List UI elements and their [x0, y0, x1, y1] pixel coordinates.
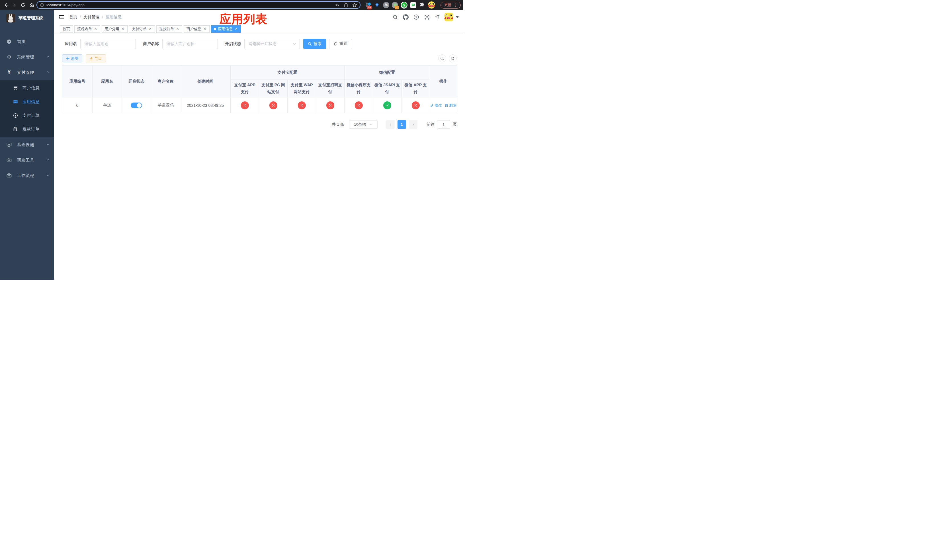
status-label: 开启状态: [225, 41, 241, 47]
goto-label: 前往: [427, 122, 434, 127]
chevron-left-icon: [389, 123, 392, 126]
bookmark-star-icon[interactable]: [352, 3, 357, 8]
search-button[interactable]: 搜索: [303, 39, 326, 49]
share-icon[interactable]: [344, 3, 348, 8]
cell-actions: 修改删除: [430, 97, 457, 114]
tab-user-group[interactable]: 用户分组✕: [101, 25, 127, 33]
chevron-down-icon: [46, 158, 50, 162]
back-icon: [4, 3, 8, 8]
documents-icon: [13, 127, 18, 132]
goto-page-input[interactable]: [437, 120, 450, 129]
sidebar-item-dev-tools[interactable]: 研发工具: [0, 152, 54, 168]
browser-update-button[interactable]: 更新 ⋮: [440, 2, 461, 9]
browser-forward-button[interactable]: [11, 2, 18, 9]
extension-badge: 1: [395, 6, 399, 9]
edit-button[interactable]: 修改: [430, 103, 442, 108]
reset-button[interactable]: 重置: [329, 39, 352, 49]
refresh-table-button[interactable]: [449, 54, 457, 62]
wx-lite-status-icon: [355, 101, 363, 109]
browser-profile-avatar[interactable]: [428, 2, 435, 9]
col-header-status: 开启状态: [122, 65, 151, 97]
yen-icon: ¥: [6, 70, 12, 75]
merchant-name-input[interactable]: [162, 39, 218, 49]
delete-button[interactable]: 删除: [445, 103, 457, 108]
close-icon[interactable]: ✕: [176, 27, 179, 31]
extension-y-icon[interactable]: y: [401, 2, 407, 9]
url-bar[interactable]: localhost:1024/pay/app: [36, 1, 360, 9]
page-size-select[interactable]: 10条/页: [349, 120, 378, 129]
tab-pay-order[interactable]: 支付订单✕: [129, 25, 155, 33]
toggle-search-button[interactable]: [438, 54, 446, 62]
fullscreen-icon[interactable]: [424, 14, 430, 21]
browser-reload-button[interactable]: [20, 2, 27, 9]
sidebar-item-workflow[interactable]: 工作流程: [0, 168, 54, 183]
site-info-icon[interactable]: [40, 3, 44, 7]
page-content: 应用名 商户名称 开启状态 请选择开启状态 搜索 重置: [54, 34, 463, 280]
close-icon[interactable]: ✕: [121, 27, 125, 31]
group-header-alipay: 支付宝配置: [231, 65, 345, 80]
browser-menu-icon[interactable]: ⋮: [454, 3, 457, 7]
tab-home[interactable]: 首页: [60, 25, 73, 33]
tab-merchant-info[interactable]: 商户信息✕: [184, 25, 210, 33]
breadcrumb-home[interactable]: 首页: [69, 15, 77, 20]
extensions-puzzle-icon[interactable]: [419, 2, 425, 9]
table-row: 6 芋道 芋道源码 2021-10-23 08:49:25: [62, 97, 457, 114]
chevron-up-icon: [46, 70, 50, 75]
chevron-down-icon: [46, 173, 50, 178]
font-size-icon[interactable]: тT: [434, 14, 441, 21]
close-icon[interactable]: ✕: [203, 27, 207, 31]
app-name-input[interactable]: [80, 39, 136, 49]
github-icon[interactable]: [402, 14, 409, 21]
next-page-button[interactable]: [409, 120, 418, 129]
close-icon[interactable]: ✕: [235, 27, 238, 31]
plus-icon: [66, 57, 70, 60]
extension-command-icon[interactable]: ⌘: [383, 2, 389, 9]
app-title: 芋道管理系统: [18, 15, 43, 21]
url-text: localhost:1024/pay/app: [47, 3, 333, 7]
sidebar-item-system[interactable]: ⚙ 系统管理: [0, 49, 54, 65]
toolbox-icon: [6, 173, 12, 178]
col-header-wx-jsapi: 微信 JSAPI 支付: [373, 80, 401, 97]
sidebar-item-home[interactable]: 首页: [0, 34, 54, 49]
header-search-icon[interactable]: [392, 14, 399, 21]
trash-icon: [445, 104, 448, 107]
sidebar-logo[interactable]: 芋道管理系统: [0, 10, 54, 26]
add-button[interactable]: 新增: [62, 54, 82, 62]
sidebar-item-merchant-info[interactable]: 商户信息: [0, 81, 54, 95]
status-select[interactable]: 请选择开启状态: [244, 39, 300, 49]
close-icon[interactable]: ✕: [94, 27, 97, 31]
dashboard-icon: [6, 39, 12, 44]
tab-refund-order[interactable]: 退款订单✕: [156, 25, 182, 33]
tab-process-form[interactable]: 流程表单✕: [74, 25, 100, 33]
browser-home-button[interactable]: [28, 2, 35, 9]
sidebar-fold-icon[interactable]: [58, 14, 65, 20]
sidebar-item-refund-order[interactable]: 退款订单: [0, 122, 54, 136]
extension-camera-icon[interactable]: 1: [392, 2, 398, 9]
user-avatar[interactable]: [445, 13, 453, 21]
prev-page-button[interactable]: [386, 120, 395, 129]
close-icon[interactable]: ✕: [148, 27, 152, 31]
extension-gem-icon[interactable]: [374, 2, 380, 9]
gear-icon: ⚙: [6, 54, 12, 59]
extension-chat-icon[interactable]: [410, 2, 416, 9]
tab-app-info[interactable]: 应用信息✕: [211, 25, 241, 33]
merchant-name-label: 商户名称: [143, 41, 159, 47]
sidebar-item-payment[interactable]: ¥ 支付管理: [0, 65, 54, 80]
avatar-caret-icon[interactable]: [456, 16, 459, 18]
col-header-merchant: 商户名称: [151, 65, 180, 97]
sidebar-item-infrastructure[interactable]: 基础设施: [0, 137, 54, 152]
row-enabled-toggle[interactable]: [131, 103, 142, 108]
edit-pencil-icon: [430, 104, 434, 107]
col-header-actions: 操作: [430, 65, 457, 97]
help-icon[interactable]: ?: [413, 14, 420, 21]
breadcrumb-payment[interactable]: 支付管理: [83, 15, 99, 20]
extension-diamond-icon[interactable]: 10: [365, 2, 371, 9]
cell-merchant: 芋道源码: [151, 97, 180, 114]
chevron-down-icon: [293, 42, 296, 45]
password-key-icon[interactable]: [335, 3, 340, 8]
sidebar-item-app-info[interactable]: 应用信息: [0, 95, 54, 109]
browser-back-button[interactable]: [2, 2, 10, 9]
sidebar-item-pay-order[interactable]: ¥ 支付订单: [0, 109, 54, 122]
export-button[interactable]: 导出: [86, 54, 106, 62]
page-number-1[interactable]: 1: [398, 120, 406, 129]
